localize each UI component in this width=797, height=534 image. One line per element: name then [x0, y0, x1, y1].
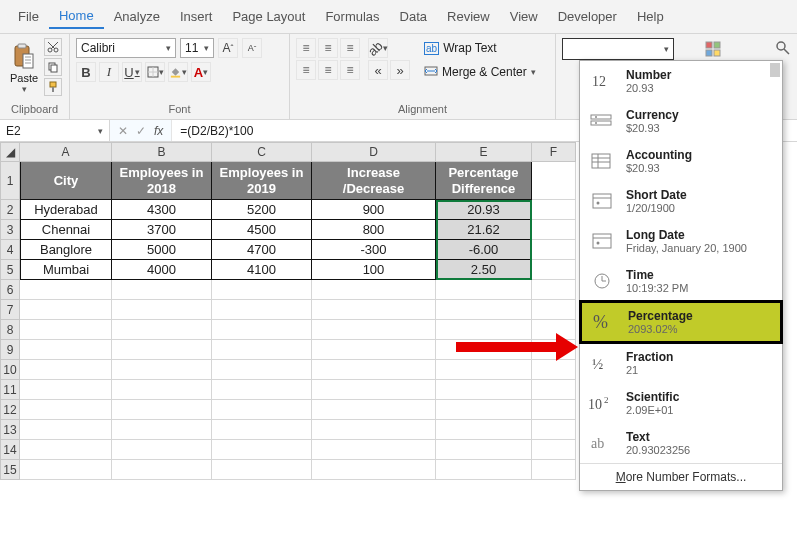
cell[interactable] [212, 400, 312, 420]
table-header[interactable]: Employees in 2019 [212, 162, 312, 200]
table-header[interactable]: Percentage Difference [436, 162, 532, 200]
cell[interactable] [532, 380, 576, 400]
font-name-dropdown[interactable]: Calibri ▾ [76, 38, 176, 58]
format-option-fraction[interactable]: ½Fraction21 [580, 343, 782, 383]
cell[interactable] [212, 420, 312, 440]
cell[interactable] [532, 280, 576, 300]
cell[interactable] [212, 280, 312, 300]
row-header[interactable]: 2 [0, 200, 20, 220]
cell[interactable] [532, 300, 576, 320]
fx-icon[interactable]: fx [154, 124, 163, 138]
cell[interactable] [312, 320, 436, 340]
cell[interactable] [112, 320, 212, 340]
cell[interactable] [20, 300, 112, 320]
italic-button[interactable]: I [99, 62, 119, 82]
cell[interactable] [436, 420, 532, 440]
cell[interactable] [532, 240, 576, 260]
cell[interactable]: Mumbai [20, 260, 112, 280]
menu-file[interactable]: File [8, 5, 49, 28]
menu-developer[interactable]: Developer [548, 5, 627, 28]
row-header[interactable]: 11 [0, 380, 20, 400]
cell[interactable] [312, 420, 436, 440]
cell[interactable]: 900 [312, 200, 436, 220]
align-top-button[interactable]: ≡ [296, 38, 316, 58]
underline-button[interactable]: U▾ [122, 62, 142, 82]
menu-view[interactable]: View [500, 5, 548, 28]
search-icon[interactable] [775, 45, 791, 59]
menu-formulas[interactable]: Formulas [315, 5, 389, 28]
cell[interactable] [112, 400, 212, 420]
format-option-shortdate[interactable]: Short Date1/20/1900 [580, 181, 782, 221]
bold-button[interactable]: B [76, 62, 96, 82]
row-header[interactable]: 10 [0, 360, 20, 380]
cell[interactable]: 4300 [112, 200, 212, 220]
table-header[interactable]: City [20, 162, 112, 200]
cell[interactable] [532, 440, 576, 460]
col-header[interactable]: B [112, 142, 212, 162]
cell[interactable] [20, 420, 112, 440]
cell[interactable] [436, 380, 532, 400]
cell[interactable] [20, 360, 112, 380]
cell[interactable] [20, 400, 112, 420]
cell[interactable] [112, 300, 212, 320]
cancel-formula-icon[interactable]: ✕ [118, 124, 128, 138]
cell[interactable]: 100 [312, 260, 436, 280]
row-header[interactable]: 7 [0, 300, 20, 320]
cell[interactable] [20, 340, 112, 360]
cell[interactable]: 20.93 [436, 200, 532, 220]
font-color-button[interactable]: A▾ [191, 62, 211, 82]
cell[interactable] [436, 300, 532, 320]
merge-center-button[interactable]: Merge & Center ▾ [418, 62, 542, 82]
cell[interactable] [112, 420, 212, 440]
cell[interactable]: 4000 [112, 260, 212, 280]
cell[interactable] [436, 460, 532, 480]
cell[interactable]: Banglore [20, 240, 112, 260]
cell[interactable] [20, 440, 112, 460]
cell[interactable] [436, 360, 532, 380]
format-option-longdate[interactable]: Long DateFriday, January 20, 1900 [580, 221, 782, 261]
row-header[interactable]: 12 [0, 400, 20, 420]
cell[interactable] [532, 400, 576, 420]
cell[interactable]: 3700 [112, 220, 212, 240]
align-center-button[interactable]: ≡ [318, 60, 338, 80]
cell[interactable] [112, 380, 212, 400]
cell[interactable] [312, 400, 436, 420]
cell[interactable] [532, 200, 576, 220]
cell[interactable] [532, 360, 576, 380]
cell[interactable] [20, 320, 112, 340]
increase-font-button[interactable]: Aˆ [218, 38, 238, 58]
cell[interactable]: 4100 [212, 260, 312, 280]
cell[interactable]: Chennai [20, 220, 112, 240]
align-middle-button[interactable]: ≡ [318, 38, 338, 58]
table-header[interactable]: Increase /Decrease [312, 162, 436, 200]
cell[interactable] [112, 340, 212, 360]
cell[interactable] [436, 400, 532, 420]
cell[interactable] [20, 380, 112, 400]
row-header[interactable]: 6 [0, 280, 20, 300]
col-header[interactable]: C [212, 142, 312, 162]
format-option-text[interactable]: abText20.93023256 [580, 423, 782, 463]
cell[interactable]: 4700 [212, 240, 312, 260]
cell[interactable]: -300 [312, 240, 436, 260]
enter-formula-icon[interactable]: ✓ [136, 124, 146, 138]
row-header[interactable]: 9 [0, 340, 20, 360]
menu-help[interactable]: Help [627, 5, 674, 28]
cell[interactable] [532, 220, 576, 240]
cell[interactable] [112, 360, 212, 380]
row-header[interactable]: 8 [0, 320, 20, 340]
select-all-corner[interactable]: ◢ [0, 142, 20, 162]
menu-page-layout[interactable]: Page Layout [222, 5, 315, 28]
paste-button[interactable]: Paste ▾ [6, 38, 42, 96]
cell[interactable] [532, 460, 576, 480]
col-header[interactable]: A [20, 142, 112, 162]
cell[interactable] [532, 162, 576, 200]
cell[interactable] [212, 300, 312, 320]
table-header[interactable]: Employees in 2018 [112, 162, 212, 200]
cell[interactable]: 5200 [212, 200, 312, 220]
row-header[interactable]: 13 [0, 420, 20, 440]
cell[interactable] [312, 280, 436, 300]
align-right-button[interactable]: ≡ [340, 60, 360, 80]
menu-insert[interactable]: Insert [170, 5, 223, 28]
decrease-font-button[interactable]: Aˇ [242, 38, 262, 58]
increase-indent-button[interactable]: » [390, 60, 410, 80]
